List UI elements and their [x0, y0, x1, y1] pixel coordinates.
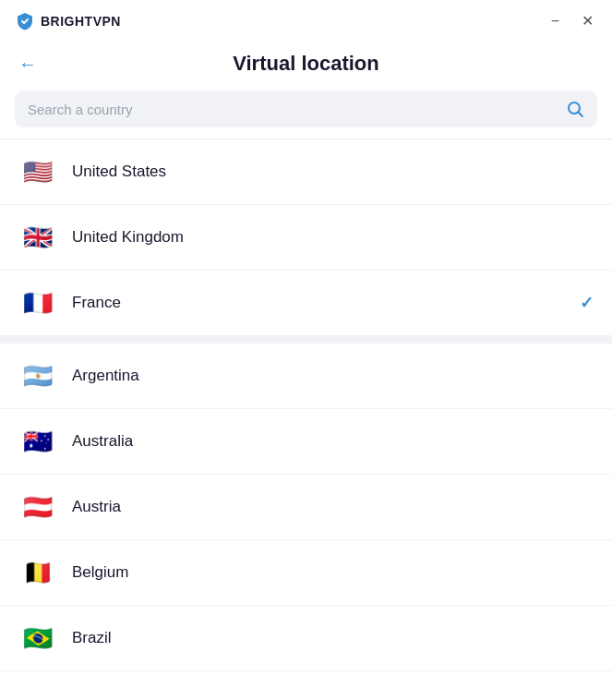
search-box	[15, 91, 597, 127]
country-list: 🇺🇸 United States 🇬🇧 United Kingdom 🇫🇷 Fr…	[0, 139, 612, 682]
search-input[interactable]	[28, 102, 558, 117]
flag-be: 🇧🇪	[18, 553, 57, 592]
list-item[interactable]: 🇧🇪 Belgium	[0, 540, 612, 606]
list-item[interactable]: 🇬🇧 United Kingdom	[0, 205, 612, 271]
country-name: Argentina	[72, 367, 139, 385]
list-item[interactable]: 🇧🇬 Bulgaria	[0, 671, 612, 682]
country-name: United Kingdom	[72, 228, 184, 247]
country-name: Austria	[72, 498, 121, 516]
logo-shield-icon	[15, 11, 35, 31]
logo: BRIGHTVPN	[15, 11, 121, 31]
page-title: Virtual location	[233, 52, 379, 76]
country-name: Belgium	[72, 563, 128, 582]
search-area	[0, 91, 612, 139]
flag-at: 🇦🇹	[18, 488, 57, 526]
logo-text: BRIGHTVPN	[41, 14, 121, 29]
flag-us: 🇺🇸	[18, 152, 57, 191]
search-button[interactable]	[566, 100, 584, 118]
flag-ar: 🇦🇷	[18, 356, 57, 395]
country-name: United States	[72, 163, 166, 181]
country-name: Australia	[72, 432, 133, 451]
window-controls: − ✕	[547, 12, 597, 30]
flag-fr: 🇫🇷	[18, 284, 57, 322]
list-item[interactable]: 🇦🇺 Australia	[0, 409, 612, 475]
svg-line-1	[579, 113, 583, 117]
selected-check-icon: ✓	[580, 293, 594, 313]
list-item[interactable]: 🇫🇷 France ✓	[0, 271, 612, 336]
country-name: France	[72, 294, 121, 312]
flag-br: 🇧🇷	[18, 619, 57, 658]
page-header: ← Virtual location	[0, 42, 612, 91]
list-item[interactable]: 🇺🇸 United States	[0, 139, 612, 205]
list-item[interactable]: 🇦🇹 Austria	[0, 475, 612, 540]
country-name: Brazil	[72, 629, 112, 647]
search-icon	[566, 100, 584, 118]
section-divider	[0, 336, 612, 344]
minimize-button[interactable]: −	[547, 12, 563, 30]
titlebar: BRIGHTVPN − ✕	[0, 0, 612, 42]
flag-uk: 🇬🇧	[18, 218, 57, 257]
flag-au: 🇦🇺	[18, 422, 57, 461]
close-button[interactable]: ✕	[578, 12, 597, 30]
list-item[interactable]: 🇦🇷 Argentina	[0, 344, 612, 409]
list-item[interactable]: 🇧🇷 Brazil	[0, 606, 612, 671]
back-button[interactable]: ←	[18, 54, 37, 75]
